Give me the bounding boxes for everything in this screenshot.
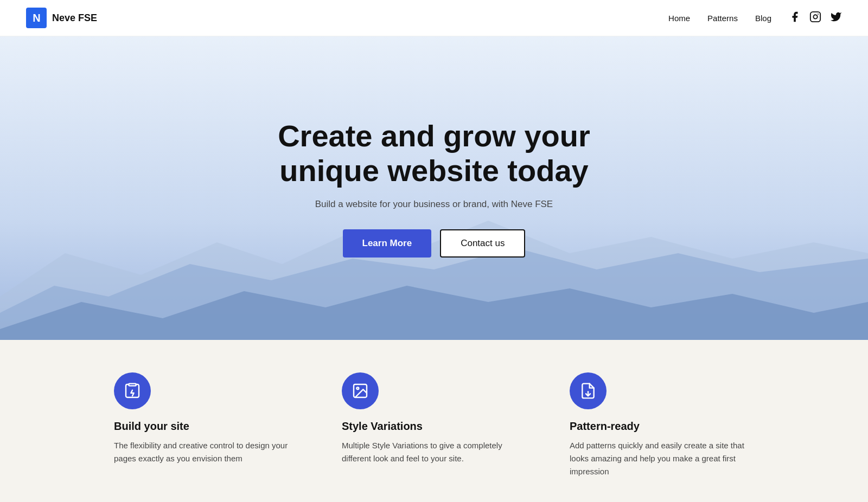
twitter-icon[interactable]: [830, 11, 842, 25]
instagram-icon[interactable]: [809, 11, 821, 25]
svg-point-7: [356, 387, 359, 389]
nav-blog[interactable]: Blog: [755, 14, 771, 23]
style-icon-circle: [342, 372, 379, 409]
logo-icon: N: [26, 8, 47, 28]
build-icon-circle: [114, 372, 151, 409]
main-nav: Home Patterns Blog: [668, 11, 842, 25]
build-icon: [124, 382, 141, 400]
site-title: Neve FSE: [52, 12, 97, 24]
feature-style-title: Style Variations: [342, 420, 526, 433]
facebook-icon[interactable]: [789, 11, 801, 25]
pattern-icon-circle: [570, 372, 607, 409]
feature-style: Style Variations Multiple Style Variatio…: [342, 372, 526, 478]
feature-build-desc: The flexibility and creative control to …: [114, 439, 298, 465]
feature-pattern: Pattern-ready Add patterns quickly and e…: [570, 372, 754, 478]
logo-area: N Neve FSE: [26, 8, 97, 28]
hero-subtitle: Build a website for your business or bra…: [278, 199, 590, 210]
svg-rect-5: [129, 384, 136, 386]
pattern-icon: [579, 382, 597, 400]
hero-buttons: Learn More Contact us: [278, 229, 590, 258]
nav-patterns[interactable]: Patterns: [707, 14, 738, 23]
learn-more-button[interactable]: Learn More: [343, 229, 432, 258]
feature-pattern-desc: Add patterns quickly and easily create a…: [570, 439, 754, 478]
image-icon: [352, 382, 369, 400]
hero-title: Create and grow your unique website toda…: [278, 119, 590, 189]
hero-content: Create and grow your unique website toda…: [265, 119, 603, 258]
social-icons-group: [789, 11, 842, 25]
svg-rect-0: [810, 11, 820, 21]
feature-build: Build your site The flexibility and crea…: [114, 372, 298, 478]
feature-pattern-title: Pattern-ready: [570, 420, 754, 433]
site-header: N Neve FSE Home Patterns Blog: [0, 0, 868, 36]
features-section: Build your site The flexibility and crea…: [0, 340, 868, 502]
hero-section: Create and grow your unique website toda…: [0, 36, 868, 340]
feature-style-desc: Multiple Style Variations to give a comp…: [342, 439, 526, 465]
feature-build-title: Build your site: [114, 420, 298, 433]
contact-us-button[interactable]: Contact us: [440, 229, 525, 258]
nav-home[interactable]: Home: [668, 14, 690, 23]
